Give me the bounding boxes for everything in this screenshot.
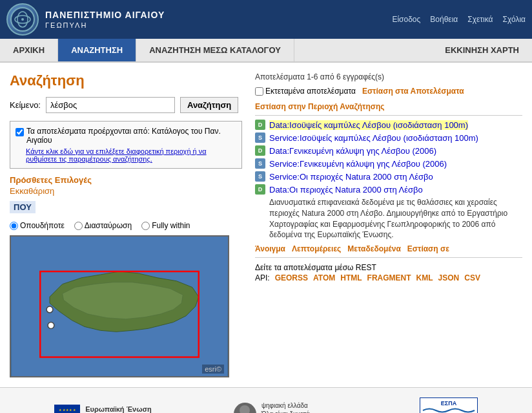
result-item: D Data:Ισοϋψείς καμπύλες Λέσβου (ισοδιάσ… bbox=[255, 120, 522, 130]
nav-anazitisi[interactable]: ΑΝΑΖΗΤΗΣΗ bbox=[58, 39, 136, 61]
divider-2 bbox=[255, 257, 522, 258]
data-icon-3: D bbox=[255, 145, 265, 156]
api-fragment[interactable]: FRAGMENT bbox=[367, 273, 411, 282]
api-csv[interactable]: CSV bbox=[464, 273, 480, 282]
search-label: Κείμενο: bbox=[10, 100, 41, 110]
radio-fully[interactable]: Fully within bbox=[141, 221, 190, 230]
svg-point-6 bbox=[46, 306, 53, 313]
catalog-box-link[interactable]: Κάντε κλικ εδώ για να επιλέξετε διαφορετ… bbox=[26, 147, 207, 163]
sub-title: ΓΕΩΠΥΛΗ bbox=[45, 21, 165, 30]
link-scholia[interactable]: Σχόλια bbox=[503, 15, 526, 24]
action-leptomeries[interactable]: Λεπτομέρειες bbox=[292, 244, 341, 253]
api-atom[interactable]: ATOM bbox=[313, 273, 335, 282]
espa-box: ΕΣΠΑ 2007-2013 bbox=[420, 397, 478, 413]
clear-link[interactable]: Εκκαθάριση bbox=[10, 186, 242, 196]
right-panel: Αποτελέσματα 1-6 από 6 εγγραφές(s) Εκτετ… bbox=[255, 72, 522, 377]
svg-point-7 bbox=[48, 323, 54, 329]
result-title-3: Data:Γενικευμένη κάλυψη γης Λέσβου (2006… bbox=[269, 146, 436, 156]
page-title: Αναζήτηση bbox=[10, 72, 242, 89]
radio-diastavr[interactable]: Διασταύρωση bbox=[74, 221, 132, 230]
result-title-2: Service:Ισοϋψείς καμπύλες Λέσβου (ισοδιά… bbox=[269, 133, 478, 143]
radio-opoudipote[interactable]: Οπουδήποτε bbox=[10, 221, 65, 230]
footer-digital-text: ψηφιακή ελλάδα Όλα είναι δυνατά Επιχειρη… bbox=[261, 401, 400, 414]
expanded-results-label[interactable]: Εκτεταμένα αποτελέσματα bbox=[255, 87, 356, 96]
service-icon-2: S bbox=[255, 132, 265, 143]
service-icon-5: S bbox=[255, 171, 265, 182]
main-title: ΠΑΝΕΠΙΣΤΗΜΙΟ ΑΙΓΑΙΟΥ bbox=[45, 9, 165, 21]
rest-api-row: API: GEORSS ATOM HTML FRAGMENT KML JSON … bbox=[255, 273, 522, 282]
result-title-4: Service:Γενικευμένη κάλυψη γης Λέσβου (2… bbox=[269, 159, 447, 169]
radio-row: Οπουδήποτε Διασταύρωση Fully within bbox=[10, 221, 242, 230]
action-estiasin[interactable]: Εστίαση σε bbox=[407, 244, 449, 253]
result-link-2[interactable]: S Service:Ισοϋψείς καμπύλες Λέσβου (ισοδ… bbox=[255, 132, 522, 143]
result-link-3[interactable]: D Data:Γενικευμένη κάλυψη γης Λέσβου (20… bbox=[255, 145, 522, 156]
search-button[interactable]: Αναζήτηση bbox=[180, 97, 238, 113]
eu-flag: ★ ★ ★ ★ ★ ★ ★ ★ ★ ★ ★ ★ bbox=[54, 405, 80, 413]
result-link-4[interactable]: S Service:Γενικευμένη κάλυψη γης Λέσβου … bbox=[255, 158, 522, 169]
top-bar-left: ΠΑΝΕΠΙΣΤΗΜΙΟ ΑΙΓΑΙΟΥ ΓΕΩΠΥΛΗ bbox=[6, 3, 165, 36]
result-item: D Data:Γενικευμένη κάλυψη γης Λέσβου (20… bbox=[255, 145, 522, 156]
search-row: Κείμενο: Αναζήτηση bbox=[10, 97, 242, 113]
action-anoigma[interactable]: Άνοιγμα bbox=[255, 244, 285, 253]
footer-digital: ψηφιακή ελλάδα Όλα είναι δυνατά Επιχειρη… bbox=[234, 401, 400, 414]
search-input[interactable] bbox=[46, 97, 175, 113]
footer-eu-text: Ευρωπαϊκή Ένωση Ευρωπαϊκό Ταμείο Περιφερ… bbox=[85, 405, 214, 413]
main-content: Αναζήτηση Κείμενο: Αναζήτηση Τα αποτελέσ… bbox=[0, 63, 532, 387]
result-item: S Service:Οι περιοχές Natura 2000 στη Λέ… bbox=[255, 171, 522, 182]
expanded-results-checkbox[interactable] bbox=[255, 87, 263, 96]
nav-bar: ΑΡΧΙΚΗ ΑΝΑΖΗΤΗΣΗ ΑΝΑΖΗΤΗΣΗ ΜΕΣΩ ΚΑΤΑΛΟΓΟ… bbox=[0, 39, 532, 63]
api-html[interactable]: HTML bbox=[340, 273, 362, 282]
link-eisodos[interactable]: Είσοδος bbox=[392, 15, 420, 24]
data-icon-6: D bbox=[255, 184, 265, 195]
nav-archiki[interactable]: ΑΡΧΙΚΗ bbox=[0, 39, 58, 61]
digital-icon bbox=[234, 403, 256, 414]
catalog-box: Τα αποτελέσματα προέρχονται από: Κατάλογ… bbox=[10, 121, 242, 169]
result-item: D Data:Οι περιοχές Natura 2000 στη Λέσβο… bbox=[255, 184, 522, 240]
api-georss[interactable]: GEORSS bbox=[275, 273, 308, 282]
extra-options-link[interactable]: Πρόσθετες Επιλογές bbox=[10, 175, 242, 185]
svg-text:★ ★ ★ ★ ★: ★ ★ ★ ★ ★ bbox=[59, 408, 76, 412]
catalog-box-label: Τα αποτελέσματα προέρχονται από: Κατάλογ… bbox=[26, 127, 236, 145]
api-json[interactable]: JSON bbox=[438, 273, 460, 282]
link-voitheia[interactable]: Βοήθεια bbox=[430, 15, 458, 24]
nav-katalogos[interactable]: ΑΝΑΖΗΤΗΣΗ ΜΕΣΩ ΚΑΤΑΛΟΓΟΥ bbox=[136, 39, 294, 61]
footer-logos: ★ ★ ★ ★ ★ ★ ★ ★ ★ ★ ★ ★ Ευρωπαϊκή Ένωση … bbox=[54, 397, 477, 413]
left-panel: Αναζήτηση Κείμενο: Αναζήτηση Τα αποτελέσ… bbox=[10, 72, 242, 377]
svg-point-12 bbox=[240, 405, 250, 414]
rest-label: Δείτε τα αποτελέσματα μέσω REST bbox=[255, 263, 522, 272]
result-desc-6: Διανυσματικά επιφανειακά δεδομένα με τις… bbox=[269, 197, 522, 240]
api-label: API: bbox=[255, 273, 270, 282]
footer-eu: ★ ★ ★ ★ ★ ★ ★ ★ ★ ★ ★ ★ Ευρωπαϊκή Ένωση … bbox=[54, 405, 214, 413]
data-icon-1: D bbox=[255, 120, 265, 130]
result-actions: Άνοιγμα Λεπτομέρειες Μεταδεδομένα Εστίασ… bbox=[255, 244, 522, 253]
map-container[interactable]: esri© bbox=[10, 235, 229, 377]
result-title-5: Service:Οι περιοχές Natura 2000 στη Λέσβ… bbox=[269, 172, 433, 182]
svg-text:ΕΣΠΑ: ΕΣΠΑ bbox=[441, 400, 457, 407]
link-sxetika[interactable]: Σχετικά bbox=[467, 15, 493, 24]
top-links: Είσοδος Βοήθεια Σχετικά Σχόλια bbox=[392, 15, 526, 24]
footer-espa: ΕΣΠΑ 2007-2013 bbox=[420, 397, 478, 413]
catalog-box-title: Τα αποτελέσματα προέρχονται από: Κατάλογ… bbox=[15, 127, 236, 145]
result-link-6[interactable]: D Data:Οι περιοχές Natura 2000 στη Λέσβο bbox=[255, 184, 522, 195]
focus-results-link[interactable]: Εστίαση στα Αποτελέσματα bbox=[362, 87, 464, 96]
rest-section: Δείτε τα αποτελέσματα μέσω REST API: GEO… bbox=[255, 263, 522, 282]
action-metadedomena[interactable]: Μεταδεδομένα bbox=[347, 244, 400, 253]
catalog-checkbox[interactable] bbox=[15, 128, 24, 136]
service-icon-4: S bbox=[255, 158, 265, 169]
map-background: esri© bbox=[11, 237, 228, 376]
top-bar: ΠΑΝΕΠΙΣΤΗΜΙΟ ΑΙΓΑΙΟΥ ΓΕΩΠΥΛΗ Είσοδος Βοή… bbox=[0, 0, 532, 39]
result-item: S Service:Γενικευμένη κάλυψη γης Λέσβου … bbox=[255, 158, 522, 169]
nav-launch[interactable]: ΕΚΚΙΝΗΣΗ ΧΑΡΤΗ bbox=[432, 39, 532, 61]
result-title-6: Data:Οι περιοχές Natura 2000 στη Λέσβο bbox=[269, 185, 423, 195]
divider-1 bbox=[255, 115, 522, 116]
logo bbox=[6, 3, 39, 36]
results-count: Αποτελέσματα 1-6 από 6 εγγραφές(s) bbox=[255, 72, 522, 81]
api-kml[interactable]: KML bbox=[416, 273, 433, 282]
result-link-1[interactable]: D Data:Ισοϋψείς καμπύλες Λέσβου (ισοδιάσ… bbox=[255, 120, 522, 130]
focus-search-link[interactable]: Εστίαση στην Περιοχή Αναζήτησης bbox=[255, 102, 385, 111]
result-item: S Service:Ισοϋψείς καμπύλες Λέσβου (ισοδ… bbox=[255, 132, 522, 143]
footer: ★ ★ ★ ★ ★ ★ ★ ★ ★ ★ ★ ★ Ευρωπαϊκή Ένωση … bbox=[0, 387, 532, 413]
catalog-box-desc: Κάντε κλικ εδώ για να επιλέξετε διαφορετ… bbox=[26, 147, 236, 163]
pou-label: ΠΟΥ bbox=[10, 201, 36, 213]
result-link-5[interactable]: S Service:Οι περιοχές Natura 2000 στη Λέ… bbox=[255, 171, 522, 182]
